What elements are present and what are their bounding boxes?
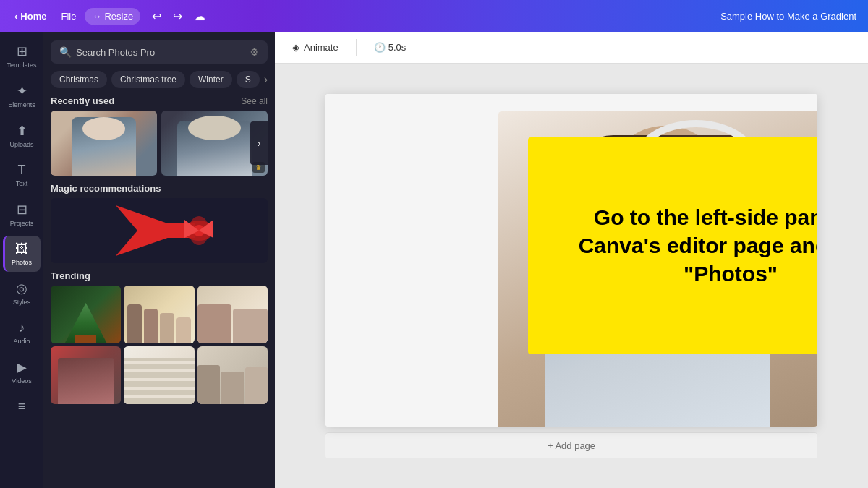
recently-used-section: Recently used See all: [51, 95, 268, 176]
sidebar-item-audio[interactable]: ♪ Audio: [3, 314, 41, 351]
photos-label: Photos: [12, 259, 32, 266]
nav-left: ‹ Home File ↔ Resize ↩ ↪ ☁: [9, 7, 208, 26]
text-icon: T: [18, 163, 26, 178]
time-badge[interactable]: 🕐 5.0s: [368, 39, 412, 56]
recent-photo-1[interactable]: [51, 111, 157, 176]
redo-button[interactable]: ↪: [170, 7, 185, 26]
overlay-text: Go to the left-side panel of Canva's edi…: [528, 189, 817, 302]
photos-icon: 🖼: [15, 241, 28, 257]
trending-photo-3[interactable]: [197, 286, 268, 343]
photos-panel: 🔍 ⚙ Christmas Christmas tree Winter S › …: [43, 32, 275, 488]
canvas-content: Go to the left-side panel of Canva's edi…: [275, 64, 868, 488]
projects-label: Projects: [10, 220, 34, 227]
trending-grid: [51, 286, 268, 404]
recently-used-title: Recently used: [51, 95, 114, 106]
yellow-overlay: Go to the left-side panel of Canva's edi…: [528, 137, 817, 354]
sidebar-item-projects[interactable]: ⊟ Projects: [3, 196, 41, 233]
trending-title: Trending: [51, 270, 90, 281]
resize-label: Resize: [104, 11, 133, 22]
undo-button[interactable]: ↩: [149, 7, 164, 26]
sidebar-item-templates[interactable]: ⊞ Templates: [3, 38, 41, 74]
tags-next-icon[interactable]: ›: [264, 73, 268, 86]
recent-photos-grid: ♛: [51, 111, 268, 176]
home-label: Home: [20, 11, 46, 22]
styles-label: Styles: [13, 299, 31, 306]
add-page-label: + Add page: [548, 440, 595, 451]
elements-label: Elements: [8, 101, 35, 108]
animate-icon: ◈: [292, 42, 299, 53]
templates-icon: ⊞: [17, 43, 27, 59]
trending-photo-1[interactable]: [51, 286, 121, 343]
trending-section: Trending: [51, 270, 268, 404]
projects-icon: ⊟: [17, 202, 27, 218]
animate-button[interactable]: ◈ Animate: [286, 39, 344, 56]
toolbar-divider: [356, 39, 357, 56]
cloud-save-button[interactable]: ☁: [191, 7, 208, 26]
animate-label: Animate: [304, 42, 339, 53]
search-icon: 🔍: [59, 46, 72, 58]
search-input[interactable]: [76, 47, 245, 58]
sidebar-item-photos[interactable]: 🖼 Photos: [3, 236, 41, 272]
tag-s[interactable]: S: [237, 71, 260, 88]
trending-photo-6[interactable]: [197, 346, 268, 404]
templates-label: Templates: [7, 61, 36, 69]
sidebar-item-videos[interactable]: ▶ Videos: [3, 354, 41, 390]
uploads-icon: ⬆: [17, 123, 27, 139]
time-label: 5.0s: [388, 42, 407, 53]
search-bar: 🔍 ⚙: [51, 40, 268, 64]
tag-christmas[interactable]: Christmas: [51, 71, 107, 88]
magic-rec-photo[interactable]: [51, 198, 268, 263]
videos-label: Videos: [12, 377, 31, 385]
recently-used-header: Recently used See all: [51, 95, 268, 106]
sidebar-item-styles[interactable]: ◎ Styles: [3, 275, 41, 312]
audio-icon: ♪: [19, 320, 25, 335]
sidebar-icons: ⊞ Templates ✦ Elements ⬆ Uploads T Text …: [0, 32, 43, 488]
styles-icon: ◎: [16, 281, 27, 296]
canvas-slide[interactable]: Go to the left-side panel of Canva's edi…: [326, 94, 817, 427]
top-nav: ‹ Home File ↔ Resize ↩ ↪ ☁ Sample How to…: [0, 0, 868, 32]
elements-icon: ✦: [17, 83, 27, 99]
sidebar-item-text[interactable]: T Text: [3, 157, 41, 193]
file-button[interactable]: File: [55, 8, 82, 25]
magic-arrow-display: [51, 198, 268, 263]
clock-icon: 🕐: [374, 42, 386, 53]
home-button[interactable]: ‹ Home: [9, 8, 52, 25]
nav-icons: ↩ ↪ ☁: [149, 7, 208, 26]
trending-photo-2[interactable]: [124, 286, 194, 343]
magic-rec-title: Magic recommendations: [51, 183, 161, 194]
carousel-next-button[interactable]: ›: [250, 121, 268, 165]
add-page-bar[interactable]: + Add page: [326, 432, 817, 458]
sidebar-item-more[interactable]: ≡: [3, 393, 41, 420]
videos-icon: ▶: [17, 359, 27, 375]
more-icon: ≡: [18, 399, 26, 414]
magic-rec-svg: [58, 198, 260, 263]
trending-photo-4[interactable]: [51, 346, 121, 404]
tag-winter[interactable]: Winter: [190, 71, 232, 88]
resize-icon: ↔: [92, 11, 101, 22]
chevron-left-icon: ‹: [14, 11, 17, 22]
uploads-label: Uploads: [9, 141, 33, 148]
canvas-toolbar: ◈ Animate 🕐 5.0s: [275, 32, 868, 64]
sidebar-item-uploads[interactable]: ⬆ Uploads: [3, 117, 41, 154]
magic-rec-header: Magic recommendations: [51, 183, 268, 194]
see-all-button[interactable]: See all: [241, 96, 268, 106]
tags-row: Christmas Christmas tree Winter S ›: [51, 71, 268, 88]
canvas-area: ◈ Animate 🕐 5.0s: [275, 32, 868, 488]
audio-label: Audio: [13, 338, 30, 345]
main-layout: ⊞ Templates ✦ Elements ⬆ Uploads T Text …: [0, 32, 868, 488]
document-title: Sample How to Make a Gradient: [720, 11, 856, 22]
trending-header: Trending: [51, 270, 268, 281]
text-label: Text: [16, 180, 28, 187]
resize-button[interactable]: ↔ Resize: [85, 8, 140, 25]
sidebar-item-elements[interactable]: ✦ Elements: [3, 77, 41, 114]
trending-photo-5[interactable]: [124, 346, 194, 404]
filter-icon[interactable]: ⚙: [250, 46, 259, 58]
tag-christmas-tree[interactable]: Christmas tree: [111, 71, 185, 88]
magic-recommendations-section: Magic recommendations: [51, 183, 268, 263]
recently-used-carousel: ♛ ›: [51, 111, 268, 176]
